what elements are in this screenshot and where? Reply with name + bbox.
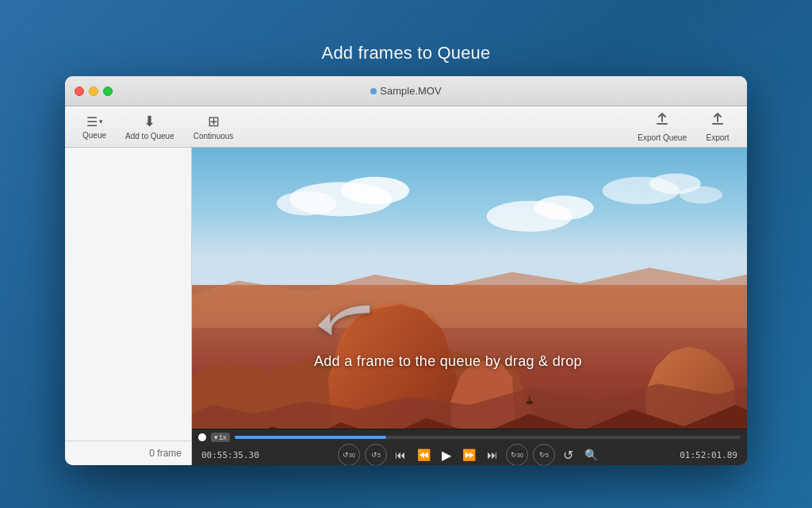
svg-point-10 xyxy=(680,187,722,204)
fast-forward-button[interactable]: ⏩ xyxy=(459,447,479,463)
toolbar-add-to-queue-button[interactable]: ⬇︎ Add to Queue xyxy=(117,110,182,144)
next-frame-button[interactable]: ⏭ xyxy=(484,447,501,463)
page-title: Add frames to Queue xyxy=(322,43,491,64)
window-title: Sample.MOV xyxy=(370,85,441,97)
export-label: Export xyxy=(707,133,730,142)
traffic-lights xyxy=(75,87,113,96)
title-bar: Sample.MOV xyxy=(65,76,747,106)
close-button[interactable] xyxy=(75,87,84,96)
loop-button[interactable]: ↺ xyxy=(560,446,576,464)
export-queue-label: Export Queue xyxy=(638,133,687,142)
drag-drop-arrow-icon xyxy=(314,294,377,341)
toolbar-queue-button[interactable]: ☰ ▾ Queue xyxy=(75,111,114,143)
queue-icon: ☰ ▾ xyxy=(86,114,103,129)
video-frame: Add a frame to the queue by drag & drop … xyxy=(192,148,747,465)
progress-thumb[interactable] xyxy=(198,433,206,441)
time-left: 00:55:35.30 xyxy=(201,450,259,460)
add-to-queue-label: Add to Queue xyxy=(125,132,174,140)
play-button[interactable]: ▶ xyxy=(439,446,454,464)
continuous-label: Continuous xyxy=(193,132,234,140)
skip-back-30-button[interactable]: ↺30 xyxy=(338,444,360,465)
playback-bar: ▾ 1x 00:55:35.30 ↺30 xyxy=(192,429,747,465)
maximize-button[interactable] xyxy=(103,87,113,96)
skip-fwd-30-button[interactable]: ↻30 xyxy=(506,444,528,465)
skip-fwd-5-button[interactable]: ↻5 xyxy=(533,444,555,465)
sidebar-footer: 0 frame xyxy=(65,441,191,465)
toolbar-export-button[interactable]: Export xyxy=(698,109,737,145)
frame-count: 0 frame xyxy=(149,448,182,459)
controls-row: 00:55:35.30 ↺30 ↺5 ⏮ ⏪ xyxy=(192,444,747,465)
title-dot-icon xyxy=(370,88,377,94)
minimize-button[interactable] xyxy=(89,87,98,96)
svg-point-4 xyxy=(341,177,409,205)
toolbar: ☰ ▾ Queue ⬇︎ Add to Queue ⊞ Continuous xyxy=(65,106,747,148)
sky-clouds xyxy=(192,148,747,465)
toolbar-continuous-button[interactable]: ⊞ Continuous xyxy=(186,110,242,144)
sidebar: 0 frame xyxy=(65,148,192,465)
app-window: Sample.MOV ☰ ▾ Queue ⬇︎ Add to Queue ⊞ C… xyxy=(65,76,747,465)
fast-reverse-button[interactable]: ⏪ xyxy=(414,447,434,463)
search-button[interactable]: 🔍 xyxy=(581,447,601,463)
speed-badge[interactable]: ▾ 1x xyxy=(211,433,230,442)
progress-fill xyxy=(235,436,387,439)
instruction-text: Add a frame to the queue by drag & drop xyxy=(314,353,719,370)
video-area[interactable]: Add a frame to the queue by drag & drop … xyxy=(192,148,747,465)
svg-rect-0 xyxy=(657,123,668,125)
svg-point-5 xyxy=(277,191,337,215)
landscape-background: Add a frame to the queue by drag & drop xyxy=(192,148,747,465)
toolbar-right: Export Queue Export xyxy=(630,109,737,145)
continuous-icon: ⊞ xyxy=(208,113,220,130)
sidebar-content xyxy=(65,148,191,441)
time-right: 01:52:01.89 xyxy=(680,450,737,460)
progress-row: ▾ 1x xyxy=(192,429,747,444)
progress-track[interactable] xyxy=(235,436,741,439)
toolbar-left: ☰ ▾ Queue ⬇︎ Add to Queue ⊞ Continuous xyxy=(75,110,241,144)
skip-back-5-button[interactable]: ↺5 xyxy=(365,444,387,465)
export-queue-icon xyxy=(654,112,670,132)
main-content: 0 frame xyxy=(65,148,747,465)
svg-point-7 xyxy=(534,196,594,220)
add-to-queue-icon: ⬇︎ xyxy=(144,113,155,130)
toolbar-export-queue-button[interactable]: Export Queue xyxy=(630,109,695,145)
prev-frame-button[interactable]: ⏮ xyxy=(392,447,409,463)
export-icon xyxy=(710,112,726,132)
svg-point-20 xyxy=(526,401,533,404)
svg-rect-1 xyxy=(712,123,723,125)
queue-label: Queue xyxy=(82,131,106,140)
